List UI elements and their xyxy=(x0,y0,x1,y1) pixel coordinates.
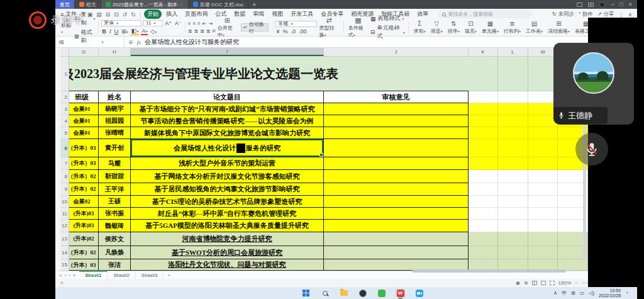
adjacent-cells[interactable] xyxy=(469,157,588,170)
touch-keyboard-icon[interactable]: ⊞ xyxy=(571,290,575,296)
split-view-icon[interactable] xyxy=(577,3,582,7)
cell-thesis-title[interactable]: 河南省博物院竞争力提升研究 xyxy=(131,232,324,246)
column-header-J[interactable]: J xyxy=(324,48,469,56)
number-tool-button[interactable]: % xyxy=(282,28,288,35)
conditional-format-button[interactable]: ▦ 条件格式▾ xyxy=(347,20,370,35)
cell-name[interactable]: 王硕 xyxy=(99,196,131,208)
display-icon[interactable]: ▭ xyxy=(580,290,585,296)
green-app-button[interactable] xyxy=(376,288,387,298)
more-menu-icon[interactable]: ⋮ xyxy=(618,11,624,18)
page-break-view-icon[interactable] xyxy=(550,281,555,285)
ribbon-tool-求和[interactable]: Σ求和▾ xyxy=(411,20,428,35)
cell-name[interactable]: 靳甜甜 xyxy=(99,170,131,183)
fill-color-button[interactable]: ◧▾ xyxy=(131,28,140,35)
cell-thesis-title[interactable]: 浅析大型户外音乐节的策划运营 xyxy=(131,157,324,170)
sheet-tab-sheet3[interactable]: Sheet3 xyxy=(136,271,164,279)
document-tab-sheet[interactable]: 2023届会展专...一览表 - 副本☆ xyxy=(101,0,189,9)
row-header-14[interactable]: 14 xyxy=(60,246,69,259)
ribbon-tab-开发工具[interactable]: 开发工具 xyxy=(287,9,316,19)
row-header-3[interactable]: 3 xyxy=(60,103,69,115)
taskbar-search-button[interactable] xyxy=(319,288,330,298)
align-top-icon[interactable]: ≡ xyxy=(188,21,191,26)
cell-class[interactable]: （升本）02 xyxy=(69,246,99,259)
ribbon-tab-视图[interactable]: 视图 xyxy=(269,9,286,19)
cell-thesis-title[interactable]: 基于居民感知视角的大鸿寨文化旅游节影响研究 xyxy=(131,183,324,196)
align-bottom-icon[interactable]: ≡ xyxy=(197,21,201,26)
cell-class[interactable]: （升本）03 xyxy=(69,139,99,157)
cell-class[interactable]: (升本)02 xyxy=(69,232,99,246)
formula-input[interactable]: 会展场馆人性化设计与服务的研究 xyxy=(145,38,239,47)
cell-review[interactable] xyxy=(324,246,469,259)
next-sheet-icon[interactable]: › xyxy=(69,273,70,278)
cell-name[interactable]: 张书振 xyxy=(99,208,131,220)
record-button[interactable] xyxy=(29,11,47,29)
wps-app-button[interactable]: W xyxy=(395,288,406,298)
minimize-button[interactable]: − xyxy=(611,1,614,8)
cell-review[interactable] xyxy=(324,208,469,220)
cell-review[interactable] xyxy=(324,170,469,183)
header-review[interactable]: 审核意见 xyxy=(324,91,469,103)
file-explorer-button[interactable] xyxy=(338,288,349,298)
cell-review[interactable] xyxy=(324,232,469,246)
cell-review[interactable] xyxy=(324,127,469,139)
row-header-9[interactable]: 9 xyxy=(60,183,69,196)
align-left-icon[interactable]: ≣ xyxy=(188,28,192,34)
edit-icon[interactable]: ⊡ xyxy=(113,11,119,18)
cell-thesis-title[interactable]: 基于网络文本分析开封汉服文化节游客感知研究 xyxy=(131,170,324,183)
cell-class[interactable]: 会展01 xyxy=(69,115,99,127)
cell-name[interactable]: 侯苏文 xyxy=(99,232,131,246)
align-right-icon[interactable]: ≣ xyxy=(200,28,204,34)
close-button[interactable]: × xyxy=(629,1,632,8)
adjacent-cells[interactable] xyxy=(469,208,588,220)
sheet-title-cell[interactable]: 级2023届会展经济与管理专业毕业论文选题一览表 xyxy=(69,57,469,91)
cell-thesis-title[interactable]: 基于市场细分下的“只有河南•戏剧幻城”市场营销策略研究 xyxy=(131,103,324,115)
ribbon-tab-效率[interactable]: 效率 xyxy=(414,9,431,19)
sheet-tab-sheet1[interactable]: Sheet1 xyxy=(79,271,108,279)
borders-button[interactable]: ⊞▾ xyxy=(121,28,129,35)
quick-tools-icon[interactable]: ⊕ xyxy=(524,280,528,286)
column-header-L[interactable]: L xyxy=(498,48,528,56)
cell-name[interactable]: 杨晓宇 xyxy=(99,103,131,115)
adjacent-cells[interactable] xyxy=(469,127,588,139)
ribbon-tool-工作表[interactable]: ▤工作表▾ xyxy=(523,20,545,35)
merge-center-button[interactable]: ⊞ 合并居中▾ xyxy=(216,20,239,35)
document-tab-home[interactable]: 首页 xyxy=(55,0,75,9)
header-title[interactable]: 论文题目 xyxy=(131,91,324,103)
new-document-tab-button[interactable]: + xyxy=(248,0,260,9)
cell-class[interactable]: 会展02 xyxy=(69,196,99,208)
undo-icon[interactable]: ↺ xyxy=(122,11,128,18)
ribbon-tab-数据[interactable]: 数据 xyxy=(231,9,248,19)
adjacent-cells[interactable] xyxy=(469,232,588,246)
row-header-6[interactable]: 6 xyxy=(60,139,69,157)
cell-review[interactable] xyxy=(324,139,469,157)
underline-button[interactable]: U xyxy=(114,28,119,35)
cell-name[interactable]: 马耀 xyxy=(99,157,131,170)
font-name-select[interactable]: 宋体▾ xyxy=(101,20,142,26)
cell-name[interactable]: 凡焕焕 xyxy=(99,246,131,259)
cell-review[interactable] xyxy=(324,103,469,115)
justify-icon[interactable]: ≣ xyxy=(206,28,211,34)
name-box[interactable]: I6 ▾ xyxy=(55,37,125,47)
align-middle-icon[interactable]: ≡ xyxy=(192,21,196,26)
account-avatar[interactable] xyxy=(599,2,605,8)
cell-class[interactable]: （升本）03 xyxy=(69,157,99,170)
adjacent-cells[interactable] xyxy=(469,170,588,183)
share-button[interactable]: ↗ 分享 xyxy=(597,11,614,18)
collaborate-button[interactable]: ᐤ 协作 xyxy=(579,11,593,18)
add-sheet-button[interactable]: + xyxy=(164,271,174,279)
row-header-2[interactable]: 2 xyxy=(60,91,69,103)
cell-review[interactable] xyxy=(324,183,469,196)
adjacent-cells[interactable] xyxy=(469,246,588,259)
maximize-button[interactable]: □ xyxy=(619,1,623,8)
ime-indicator[interactable]: 中 xyxy=(562,290,567,296)
cell-thesis-title[interactable]: 基于5GAP模型的洛阳关林朝圣大典服务质量提升研究 xyxy=(131,220,324,232)
wrap-text-button[interactable]: ↵自动换行 xyxy=(239,20,270,35)
cell-thesis-title[interactable]: 新媒体视角下中原国际文化旅游博览会城市影响力研究 xyxy=(131,127,324,139)
adjacent-cells[interactable] xyxy=(469,196,588,208)
prev-sheet-icon[interactable]: ‹ xyxy=(64,273,66,278)
row-header-4[interactable]: 4 xyxy=(60,115,69,127)
cell-thesis-title[interactable]: 封丘县“体彩—环中原”自行车赛危机管理研究 xyxy=(131,208,324,220)
ribbon-tab-会员专享[interactable]: 会员专享 xyxy=(318,9,347,19)
italic-button[interactable]: I xyxy=(109,28,112,35)
bold-button[interactable]: B xyxy=(101,28,107,35)
